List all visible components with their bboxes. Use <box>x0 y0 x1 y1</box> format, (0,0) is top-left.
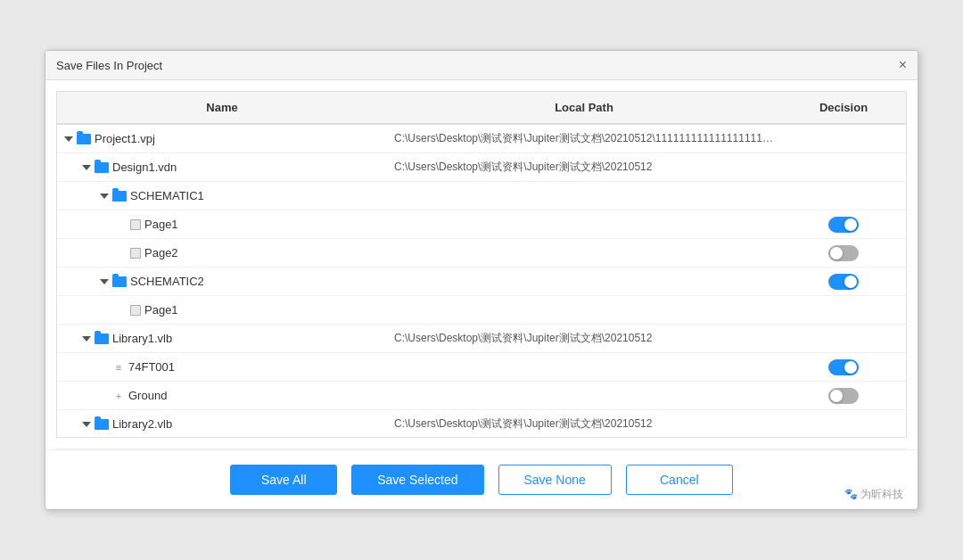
file-icon <box>130 219 141 230</box>
name-cell: Page2 <box>57 243 387 263</box>
folder-icon <box>112 276 127 287</box>
row-label: Project1.vpj <box>95 132 155 145</box>
toggle-switch[interactable] <box>828 217 859 233</box>
save-selected-button[interactable]: Save Selected <box>351 465 483 495</box>
name-cell: SCHEMATIC1 <box>57 185 387 206</box>
decision-cell <box>781 307 906 314</box>
decision-cell <box>781 242 906 265</box>
row-label: 74FT001 <box>128 360 175 374</box>
row-label: Design1.vdn <box>112 161 177 174</box>
table-body: Project1.vpjC:\Users\Desktop\测试资料\Jupite… <box>57 125 906 437</box>
path-cell <box>387 364 781 371</box>
name-cell: Library1.vlb <box>57 328 387 349</box>
table-row: SCHEMATIC2 <box>57 268 906 296</box>
path-cell <box>387 307 781 314</box>
path-cell: C:\Users\Desktop\测试资料\Jupiter测试文档\202105… <box>387 327 781 350</box>
expand-icon[interactable] <box>100 194 109 199</box>
decision-cell <box>781 384 906 408</box>
path-cell: C:\Users\Desktop\测试资料\Jupiter测试文档\202105… <box>387 156 781 178</box>
name-cell: SCHEMATIC2 <box>57 271 387 292</box>
path-cell <box>387 250 781 257</box>
col-path: Local Path <box>387 92 781 123</box>
file-icon <box>130 248 141 259</box>
symbol-icon: + <box>112 391 125 401</box>
table-header: Name Local Path Decision <box>57 92 906 125</box>
col-decision: Decision <box>781 92 906 123</box>
save-none-button[interactable]: Save None <box>498 465 612 495</box>
expand-icon[interactable] <box>82 422 91 427</box>
file-icon <box>130 305 141 316</box>
expand-icon[interactable] <box>100 279 109 284</box>
row-label: SCHEMATIC1 <box>130 189 204 202</box>
col-name: Name <box>57 92 387 123</box>
name-cell: Library2.vlb <box>57 414 387 434</box>
table-row: Page1 <box>57 296 906 325</box>
folder-icon <box>95 162 109 173</box>
path-cell: C:\Users\Desktop\测试资料\Jupiter测试文档\202105… <box>387 128 781 150</box>
decision-cell <box>781 136 906 143</box>
decision-cell <box>781 270 906 293</box>
toggle-switch[interactable] <box>828 359 859 375</box>
name-cell: Page1 <box>57 214 387 235</box>
toggle-switch[interactable] <box>828 245 859 261</box>
expand-icon[interactable] <box>82 165 91 170</box>
row-label: SCHEMATIC2 <box>130 275 204 288</box>
row-label: Ground <box>128 389 167 402</box>
folder-icon <box>95 419 109 430</box>
expand-icon[interactable] <box>64 136 73 142</box>
dialog-footer: Save All Save Selected Save None Cancel … <box>45 449 918 509</box>
table-row: Page2 <box>57 239 906 268</box>
folder-icon <box>95 334 109 344</box>
name-cell: Design1.vdn <box>57 157 387 177</box>
decision-cell <box>781 335 906 342</box>
title-bar: Save Files In Project × <box>45 51 918 80</box>
row-label: Page2 <box>144 246 178 259</box>
name-cell: +Ground <box>57 385 387 406</box>
table-row: SCHEMATIC1 <box>57 182 906 210</box>
save-all-button[interactable]: Save All <box>230 465 337 495</box>
table-row: Library1.vlbC:\Users\Desktop\测试资料\Jupite… <box>57 325 906 353</box>
toggle-switch[interactable] <box>828 274 859 290</box>
decision-cell <box>781 164 906 171</box>
path-cell <box>387 221 781 228</box>
dialog-title: Save Files In Project <box>56 59 162 72</box>
row-label: Page1 <box>144 218 178 231</box>
table-row: Library2.vlbC:\Users\Desktop\测试资料\Jupite… <box>57 410 906 437</box>
path-cell <box>387 278 781 285</box>
table-row: Page1 <box>57 210 906 239</box>
symbol-icon: ≡ <box>112 362 125 373</box>
path-cell <box>387 392 781 399</box>
decision-cell <box>781 213 906 236</box>
table-row: ≡74FT001 <box>57 353 906 382</box>
decision-cell <box>781 421 906 428</box>
name-cell: Project1.vpj <box>57 128 387 149</box>
path-cell: C:\Users\Desktop\测试资料\Jupiter测试文档\202105… <box>387 413 781 435</box>
row-label: Page1 <box>144 303 178 317</box>
table-row: +Ground <box>57 382 906 410</box>
toggle-switch[interactable] <box>828 388 859 404</box>
watermark: 🐾 为昕科技 <box>844 487 903 502</box>
folder-icon <box>112 191 127 202</box>
decision-cell <box>781 193 906 200</box>
table-row: Project1.vpjC:\Users\Desktop\测试资料\Jupite… <box>57 125 906 153</box>
row-label: Library2.vlb <box>112 417 172 431</box>
table-row: Design1.vdnC:\Users\Desktop\测试资料\Jupiter… <box>57 153 906 182</box>
expand-icon[interactable] <box>82 336 91 342</box>
name-cell: Page1 <box>57 300 387 320</box>
file-table: Name Local Path Decision Project1.vpjC:\… <box>56 91 907 438</box>
cancel-button[interactable]: Cancel <box>626 465 733 495</box>
save-files-dialog: Save Files In Project × Name Local Path … <box>45 50 918 510</box>
decision-cell <box>781 356 906 379</box>
close-button[interactable]: × <box>899 58 907 72</box>
name-cell: ≡74FT001 <box>57 357 387 377</box>
path-cell <box>387 193 781 200</box>
row-label: Library1.vlb <box>112 332 172 345</box>
folder-icon <box>77 134 91 144</box>
